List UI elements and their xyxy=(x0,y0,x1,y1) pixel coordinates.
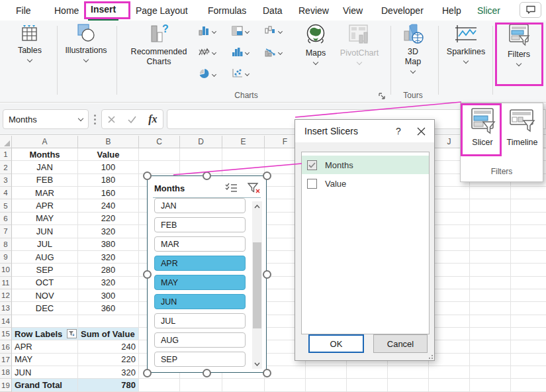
slicer-item-sep[interactable]: SEP xyxy=(154,352,246,367)
cell-K6[interactable] xyxy=(470,213,511,225)
cell-B8[interactable]: 380 xyxy=(78,238,139,251)
cell-J16[interactable] xyxy=(429,340,470,353)
cell-J12[interactable] xyxy=(429,289,470,302)
selection-handle[interactable] xyxy=(143,270,152,279)
cell-A14[interactable] xyxy=(12,315,78,328)
cell-L9[interactable] xyxy=(511,251,546,264)
filters-button[interactable]: Filters xyxy=(500,23,538,66)
row-header-13[interactable]: 13 xyxy=(0,302,12,315)
cell-L17[interactable] xyxy=(511,354,546,366)
tables-button[interactable]: Tables xyxy=(11,23,49,62)
cell-K4[interactable] xyxy=(470,187,511,199)
row-header-4[interactable]: 4 xyxy=(0,187,12,199)
cell-K7[interactable] xyxy=(470,225,511,238)
months-slicer[interactable]: Months xyxy=(147,175,267,373)
select-all-corner[interactable] xyxy=(0,136,12,148)
selection-handle[interactable] xyxy=(143,369,152,377)
cell-G18[interactable] xyxy=(306,366,347,379)
cell-A16[interactable]: APR xyxy=(12,340,78,353)
cell-L6[interactable] xyxy=(511,213,546,225)
combo-chart-button[interactable] xyxy=(265,47,282,60)
selection-handle[interactable] xyxy=(263,369,271,377)
tab-help[interactable]: Help xyxy=(439,0,464,21)
row-header-1[interactable]: 1 xyxy=(0,148,12,161)
tab-developer[interactable]: Developer xyxy=(379,0,426,21)
cell-K9[interactable] xyxy=(470,251,511,264)
cell-K15[interactable] xyxy=(470,328,511,340)
row-header-14[interactable]: 14 xyxy=(0,315,12,328)
cell-B16[interactable]: 240 xyxy=(78,340,139,353)
line-chart-button[interactable] xyxy=(199,47,216,60)
cell-H18[interactable] xyxy=(347,366,388,379)
row-header-16[interactable]: 16 xyxy=(0,340,12,353)
row-header-17[interactable]: 17 xyxy=(0,354,12,366)
cell-K19[interactable] xyxy=(470,379,511,391)
cell-B7[interactable]: 320 xyxy=(78,225,139,238)
cell-F19[interactable] xyxy=(265,379,306,391)
cell-H19[interactable] xyxy=(347,379,388,391)
tab-view[interactable]: View xyxy=(340,0,365,21)
scatter-chart-button[interactable] xyxy=(232,68,249,81)
3d-map-button[interactable]: 3D Map xyxy=(396,23,430,73)
cell-K17[interactable] xyxy=(470,354,511,366)
column-header-B[interactable]: B xyxy=(78,136,139,148)
scrollbar-thumb[interactable] xyxy=(253,242,261,328)
cell-K8[interactable] xyxy=(470,238,511,251)
cell-L13[interactable] xyxy=(511,302,546,315)
tab-file[interactable]: File xyxy=(13,0,34,21)
slicer-item-jan[interactable]: JAN xyxy=(154,198,246,213)
name-box-resizer[interactable] xyxy=(93,111,97,127)
row-header-3[interactable]: 3 xyxy=(0,174,12,187)
cell-J13[interactable] xyxy=(429,302,470,315)
cell-L8[interactable] xyxy=(511,238,546,251)
tab-formulas[interactable]: Formulas xyxy=(205,0,249,21)
checkbox-checked-icon[interactable] xyxy=(307,160,317,170)
recommended-charts-button[interactable]: ? Recommended Charts xyxy=(122,23,195,67)
cell-I19[interactable] xyxy=(388,379,429,391)
dialog-launcher-icon[interactable] xyxy=(378,91,387,99)
cell-B3[interactable]: 180 xyxy=(78,174,139,187)
cell-L12[interactable] xyxy=(511,289,546,302)
column-header-D[interactable]: D xyxy=(180,136,222,148)
cell-A9[interactable]: AUG xyxy=(12,251,78,264)
column-header-E[interactable]: E xyxy=(222,136,265,148)
cell-L16[interactable] xyxy=(511,340,546,353)
histogram-chart-button[interactable] xyxy=(232,47,249,60)
treemap-chart-button[interactable] xyxy=(232,26,249,38)
cell-I18[interactable] xyxy=(388,366,429,379)
tab-data[interactable]: Data xyxy=(260,0,285,21)
cell-J6[interactable] xyxy=(429,213,470,225)
ok-button[interactable]: OK xyxy=(308,334,364,353)
column-chart-button[interactable] xyxy=(199,26,216,38)
cell-B12[interactable]: 300 xyxy=(78,289,139,302)
cell-J9[interactable] xyxy=(429,251,470,264)
slicer-scrollbar[interactable] xyxy=(252,201,262,369)
cell-G19[interactable] xyxy=(306,379,347,391)
cell-K10[interactable] xyxy=(470,264,511,276)
cell-J11[interactable] xyxy=(429,277,470,289)
row-header-5[interactable]: 5 xyxy=(0,199,12,212)
cell-B5[interactable]: 240 xyxy=(78,199,139,212)
slicer-item-jun[interactable]: JUN xyxy=(154,294,246,309)
cell-D1[interactable] xyxy=(180,148,222,161)
cell-K13[interactable] xyxy=(470,302,511,315)
cell-A15[interactable]: Row Labels xyxy=(12,328,78,340)
tab-page-layout[interactable]: Page Layout xyxy=(133,0,191,21)
cell-A18[interactable]: JUN xyxy=(12,366,78,379)
multi-select-icon[interactable] xyxy=(225,183,238,193)
slicer-item-mar[interactable]: MAR xyxy=(154,236,246,252)
slicer-item-jul[interactable]: JUL xyxy=(154,313,246,328)
comment-button[interactable] xyxy=(520,2,541,18)
cell-B6[interactable]: 220 xyxy=(78,213,139,225)
pie-chart-button[interactable] xyxy=(199,68,216,81)
row-header-10[interactable]: 10 xyxy=(0,264,12,276)
cell-J15[interactable] xyxy=(429,328,470,340)
cell-A3[interactable]: FEB xyxy=(12,174,78,187)
row-header-2[interactable]: 2 xyxy=(0,161,12,173)
cell-B11[interactable]: 320 xyxy=(78,277,139,289)
name-box-chevron-icon[interactable] xyxy=(78,116,83,121)
pivot-filter-icon[interactable] xyxy=(67,329,77,338)
cell-B2[interactable]: 100 xyxy=(78,161,139,173)
illustrations-button[interactable]: Illustrations xyxy=(61,23,111,62)
slicer-item-apr[interactable]: APR xyxy=(154,256,246,271)
